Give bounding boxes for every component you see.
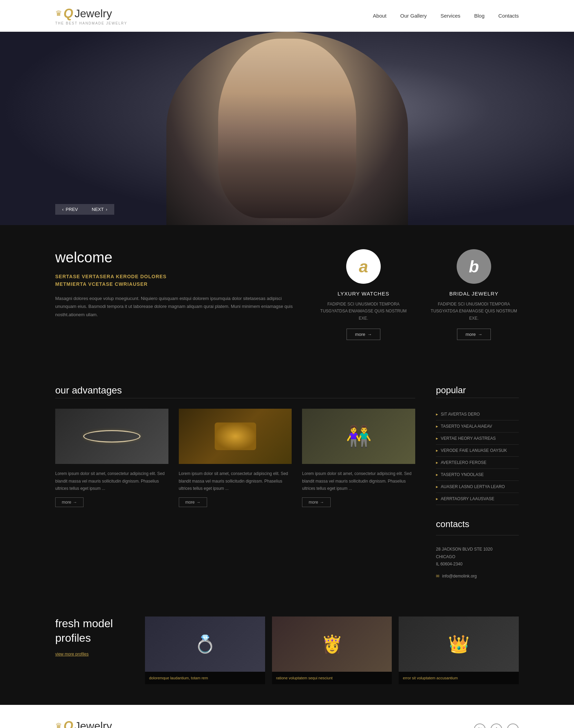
footer-crown-icon: ♛ (55, 721, 62, 728)
welcome-subtitle: SERTASE VERTASERA KERODE DOLORESMETMIERT… (55, 273, 298, 288)
advantages-main: our advantages Lorem ipsum dolor sit ame… (55, 385, 415, 579)
logo: ♛ Q Jewelry THE BEST HANDMADE JEWELRY (55, 6, 127, 25)
welcome-card-a: a LYXURY WATCHES FADIPIDE SCI UNUSMODI T… (319, 249, 408, 340)
adv-more-button-1[interactable]: more → (55, 497, 84, 507)
adv-text-2: Lorem ipsum dolor sit amet, consectetur … (179, 470, 292, 493)
card-b-more-button[interactable]: more → (457, 329, 491, 340)
follow-area: follow us 𝕏 f g+ (451, 724, 519, 728)
profile-card-3: error sit voluptatem accusantium (399, 617, 519, 685)
profile-caption-2: ratione voluptatem sequi nesciunt (272, 672, 392, 685)
welcome-left: welcome SERTASE VERTASERA KERODE DOLORES… (55, 249, 298, 319)
adv-more-button-3[interactable]: more → (302, 497, 330, 507)
contacts-box: contacts 28 JACKSON BLVD STE 1020CHICAGO… (436, 519, 519, 579)
header: ♛ Q Jewelry THE BEST HANDMADE JEWELRY Ab… (0, 0, 574, 32)
hero-navigation: ‹ PREV NEXT › (55, 204, 114, 215)
facebook-icon[interactable]: f (490, 724, 502, 728)
next-button[interactable]: NEXT › (85, 204, 114, 215)
popular-item-4[interactable]: VERODE FAIE LANUASE OAYSUK (436, 445, 519, 457)
popular-item-3[interactable]: VERTAE HEORY AASTREAS (436, 433, 519, 445)
footer-logo-q: Q (64, 719, 73, 728)
welcome-card-b: b BRIDAL JEWELRY FADIPIDE SCI UNUSMODI T… (429, 249, 519, 340)
adv-card-2: Lorem ipsum dolor sit amet, consectetur … (179, 409, 292, 507)
card-a-title: LYXURY WATCHES (319, 291, 408, 297)
contacts-title: contacts (436, 519, 519, 530)
advantages-section: our advantages Lorem ipsum dolor sit ame… (0, 364, 574, 599)
profiles-left: fresh modelprofiles view more profiles (55, 617, 124, 657)
profile-card-2: ratione voluptatem sequi nesciunt (272, 617, 392, 685)
contact-address: 28 JACKSON BLVD STE 1020CHICAGOIL 60604-… (436, 546, 519, 568)
card-a-more-button[interactable]: more → (347, 329, 381, 340)
ring-image (145, 617, 265, 672)
nav-contacts[interactable]: Contacts (498, 13, 519, 19)
nav-blog[interactable]: Blog (474, 13, 485, 19)
adv-more-button-2[interactable]: more → (179, 497, 207, 507)
welcome-section: welcome SERTASE VERTASERA KERODE DOLORES… (0, 225, 574, 364)
footer-logo-name: Jewelry (75, 720, 112, 728)
profile-card-1: doloremque laudantium, totam rem (145, 617, 265, 685)
adv-text-1: Lorem ipsum dolor sit amet, consectetur … (55, 470, 168, 493)
logo-q: Q (64, 6, 73, 21)
crown-icon: ♛ (55, 9, 62, 18)
prev-button[interactable]: ‹ PREV (55, 204, 85, 215)
profiles-title: fresh modelprofiles (55, 617, 124, 645)
email-icon: ✉ (436, 574, 439, 579)
contact-email: ✉ info@demolink.org (436, 574, 519, 579)
popular-item-2[interactable]: TASERTO YAEALA AIAEAV (436, 420, 519, 433)
popular-item-6[interactable]: TASERTO YNOOLASE (436, 469, 519, 481)
adv-card-1: Lorem ipsum dolor sit amet, consectetur … (55, 409, 168, 507)
view-more-profiles-link[interactable]: view more profiles (55, 652, 89, 657)
advantages-grid: Lorem ipsum dolor sit amet, consectetur … (55, 409, 415, 507)
card-b-title: BRIDAL JEWELRY (429, 291, 519, 297)
couple-image (302, 409, 415, 464)
welcome-title: welcome (55, 249, 298, 266)
card-a-circle: a (346, 249, 381, 284)
card-a-desc: FADIPIDE SCI UNUSMODI TEMPORA TUSGYATDSA… (319, 301, 408, 322)
profile-caption-text-3: error sit voluptatem accusantium (403, 675, 515, 681)
adv-text-3: Lorem ipsum dolor sit amet, consectetur … (302, 470, 415, 493)
crown-image (399, 617, 519, 672)
welcome-body: Masagni dolores eoque volup moegiucunt. … (55, 294, 298, 319)
hero-section: ‹ PREV NEXT › (0, 32, 574, 225)
logo-name: Jewelry (75, 7, 112, 20)
googleplus-icon[interactable]: g+ (507, 724, 519, 728)
advantages-divider (55, 398, 415, 398)
popular-item-7[interactable]: AUASER LASNO LERTYA LEARO (436, 481, 519, 493)
logo-tagline: THE BEST HANDMADE JEWELRY (55, 21, 127, 25)
popular-list: SIT AVERTAS DERO TASERTO YAEALA AIAEAV V… (436, 408, 519, 505)
profile-caption-1: doloremque laudantium, totam rem (145, 672, 265, 685)
popular-title: popular (436, 385, 519, 396)
footer: ♛ Q Jewelry © 2014 • Privacy Policy foll… (0, 705, 574, 728)
popular-item-8[interactable]: AERRTAOSRY LAAUSVASE (436, 493, 519, 505)
profiles-grid: doloremque laudantium, totam rem ratione… (145, 617, 519, 685)
gold-image (179, 409, 292, 464)
nav-services[interactable]: Services (440, 13, 460, 19)
adv-card-3: Lorem ipsum dolor sit amet, consectetur … (302, 409, 415, 507)
footer-left: ♛ Q Jewelry © 2014 • Privacy Policy (55, 719, 112, 728)
profiles-section: fresh modelprofiles view more profiles d… (0, 599, 574, 705)
popular-item-1[interactable]: SIT AVERTAS DERO (436, 408, 519, 420)
profile-caption-text-1: doloremque laudantium, totam rem (149, 675, 261, 681)
bracelet-image (55, 409, 168, 464)
profile-caption-text-2: ratione voluptatem sequi nesciunt (276, 675, 388, 681)
sidebar: popular SIT AVERTAS DERO TASERTO YAEALA … (436, 385, 519, 579)
main-nav: About Our Gallery Services Blog Contacts (373, 13, 519, 19)
nav-gallery[interactable]: Our Gallery (400, 13, 427, 19)
card-b-desc: FADIPIDE SCI UNUSMODI TEMPORA TUSGYATDSA… (429, 301, 519, 322)
woman-image (272, 617, 392, 672)
contacts-divider (436, 535, 519, 535)
advantages-title: our advantages (55, 385, 415, 396)
nav-about[interactable]: About (373, 13, 386, 19)
twitter-icon[interactable]: 𝕏 (474, 724, 486, 728)
profile-caption-3: error sit voluptatem accusantium (399, 672, 519, 685)
popular-divider (436, 398, 519, 398)
popular-item-5[interactable]: AVERTELERO FEROSE (436, 457, 519, 469)
card-b-circle: b (457, 249, 491, 284)
hero-model-image (166, 32, 408, 225)
